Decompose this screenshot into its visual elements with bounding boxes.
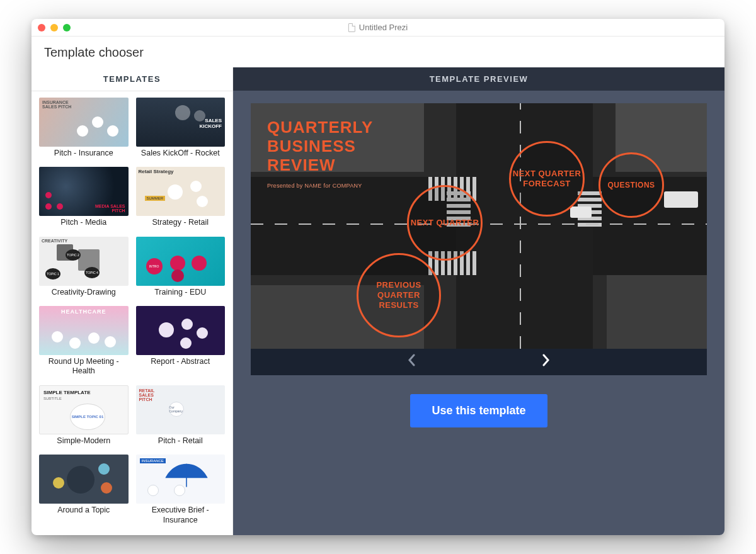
preview-body: QUARTERLY BUSINESS REVIEW Presented by N… <box>233 91 724 535</box>
template-label: Pitch - Insurance <box>39 147 129 159</box>
template-round-up-meeting-health[interactable]: Round Up Meeting - Health <box>39 306 129 380</box>
template-thumbnail <box>136 98 226 147</box>
template-thumbnail <box>39 98 129 147</box>
topic-next-quarter[interactable]: NEXT QUARTER <box>407 185 483 261</box>
template-label: Training - EDU <box>136 286 226 298</box>
templates-sidebar: TEMPLATES Pitch - Insurance Sales K <box>32 67 233 535</box>
template-thumbnail <box>136 455 226 504</box>
close-window-button[interactable] <box>38 24 45 31</box>
document-icon <box>348 23 355 32</box>
template-label: Pitch - Media <box>39 216 129 228</box>
preview-nav <box>251 349 707 375</box>
template-simple-modern[interactable]: SIMPLE TOPIC 01 Simple-Modern <box>39 385 129 449</box>
topic-previous-quarter-results[interactable]: PREVIOUS QUARTER RESULTS <box>357 253 441 337</box>
template-thumbnail <box>39 306 129 355</box>
template-creativity-drawing[interactable]: TOPIC 1 TOPIC 2 TOPIC 4 Creativity-Drawi… <box>39 237 129 301</box>
chevron-left-icon <box>407 354 416 366</box>
template-label: Simple-Modern <box>39 434 129 446</box>
use-this-template-button[interactable]: Use this template <box>410 394 547 427</box>
template-sales-kickoff-rocket[interactable]: Sales KickOff - Rocket <box>136 98 226 162</box>
template-thumbnail: Our Company <box>136 385 226 434</box>
template-thumbnail: INTRO <box>136 237 226 286</box>
minimize-window-button[interactable] <box>50 24 58 31</box>
traffic-lights <box>38 24 71 31</box>
template-training-edu[interactable]: INTRO Training - EDU <box>136 237 226 301</box>
template-label: Pitch - Retail <box>136 434 226 446</box>
next-slide-button[interactable] <box>542 354 551 370</box>
prev-slide-button[interactable] <box>407 354 416 370</box>
template-report-abstract[interactable]: Report - Abstract <box>136 306 226 380</box>
window-title-text: Untitled Prezi <box>359 23 408 32</box>
umbrella-icon <box>161 458 212 494</box>
template-label: Round Up Meeting - Health <box>39 355 129 376</box>
template-pitch-retail[interactable]: Our Company Pitch - Retail <box>136 385 226 449</box>
template-thumbnail: SIMPLE TOPIC 01 <box>39 385 129 434</box>
template-label: Executive Brief - Insurance <box>136 504 226 525</box>
template-strategy-retail[interactable]: SUMMER Strategy - Retail <box>136 167 226 231</box>
template-around-a-topic[interactable]: Around a Topic <box>39 455 129 529</box>
preview-subtitle: Presented by NAME for COMPANY <box>267 183 362 189</box>
app-window: Untitled Prezi Template chooser TEMPLATE… <box>32 19 724 535</box>
zoom-window-button[interactable] <box>63 24 71 31</box>
template-label: Sales KickOff - Rocket <box>136 147 226 159</box>
template-thumbnail <box>39 455 129 504</box>
topic-next-quarter-forecast[interactable]: NEXT QUARTER FORECAST <box>509 141 585 217</box>
content-area: TEMPLATES Pitch - Insurance Sales K <box>32 67 724 535</box>
template-preview-panel: TEMPLATE PREVIEW <box>233 67 724 535</box>
window-title: Untitled Prezi <box>348 23 408 32</box>
template-thumbnail <box>39 167 129 216</box>
preview-header: TEMPLATE PREVIEW <box>233 67 724 91</box>
template-pitch-insurance[interactable]: Pitch - Insurance <box>39 98 129 162</box>
template-grid[interactable]: Pitch - Insurance Sales KickOff - Rocket <box>32 91 232 535</box>
topic-questions[interactable]: QUESTIONS <box>598 152 664 218</box>
template-thumbnail: SUMMER <box>136 167 226 216</box>
template-label: Report - Abstract <box>136 355 226 367</box>
template-thumbnail: TOPIC 1 TOPIC 2 TOPIC 4 <box>39 237 129 286</box>
template-label: Around a Topic <box>39 504 129 516</box>
template-thumbnail <box>136 306 226 355</box>
titlebar: Untitled Prezi <box>32 19 724 37</box>
chevron-right-icon <box>542 354 551 366</box>
template-executive-brief-insurance[interactable]: Executive Brief - Insurance <box>136 455 226 529</box>
preview-title: QUARTERLY BUSINESS REVIEW <box>267 118 373 175</box>
preview-slide[interactable]: QUARTERLY BUSINESS REVIEW Presented by N… <box>251 103 707 349</box>
page-title: Template chooser <box>32 37 724 67</box>
template-label: Creativity-Drawing <box>39 286 129 298</box>
template-label: Strategy - Retail <box>136 216 226 228</box>
templates-header: TEMPLATES <box>32 67 232 91</box>
preview-stage: QUARTERLY BUSINESS REVIEW Presented by N… <box>251 103 707 375</box>
template-pitch-media[interactable]: Pitch - Media <box>39 167 129 231</box>
